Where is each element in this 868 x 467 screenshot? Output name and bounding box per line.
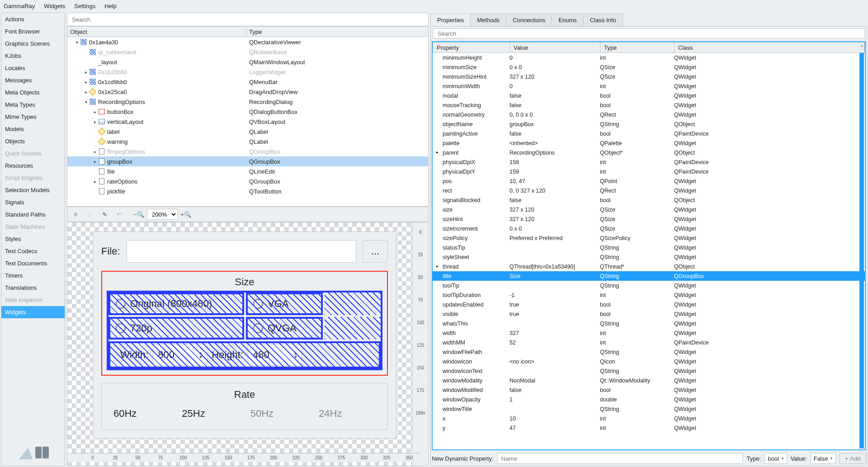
radio-vga[interactable]: VGA — [246, 292, 323, 315]
tree-twisty-icon[interactable]: ▸ — [92, 179, 98, 184]
tool-item-models[interactable]: Models — [1, 123, 65, 135]
tree-twisty-icon[interactable]: ▸ — [83, 90, 89, 94]
tree-row[interactable]: ▸0x1cd9bb0QMenuBar — [67, 77, 428, 87]
widget-preview[interactable]: File: ... Size Original (800x480) VGA 72… — [67, 222, 429, 466]
property-row[interactable]: windowIconTextQStringQWidget — [433, 366, 865, 376]
tree-twisty-icon[interactable]: ▸ — [83, 70, 89, 75]
tree-row[interactable]: ▸verticalLayoutQVBoxLayout — [67, 117, 428, 127]
move-tool[interactable]: ✥ — [69, 208, 82, 221]
tree-row[interactable]: ▸0x1e25ca0DragAndDropView — [67, 87, 428, 97]
new-property-type-combo[interactable]: bool▾ — [764, 453, 787, 464]
zoom-in-button[interactable]: +🔍 — [179, 208, 192, 221]
tab-class-info[interactable]: Class Info — [584, 14, 623, 26]
tree-twisty-icon[interactable]: ▸ — [83, 80, 89, 85]
zoom-out-button[interactable]: −🔍 — [132, 208, 145, 221]
scrollbar[interactable] — [859, 53, 864, 448]
object-tree[interactable]: ▾0x1ae4a30QDeclarativeViewerqt_rubberban… — [67, 37, 429, 207]
property-row[interactable]: objectNamegroupBoxQStringQObject — [433, 119, 865, 129]
property-row[interactable]: y47intQWidget — [433, 423, 865, 433]
property-row[interactable]: toolTipQStringQWidget — [433, 281, 865, 290]
tool-item-messages[interactable]: Messages — [1, 74, 65, 86]
file-browse-button[interactable]: ... — [363, 240, 388, 263]
tool-item-styles[interactable]: Styles — [1, 233, 65, 245]
property-row[interactable]: sizeIncrement0 x 0QSizeQWidget — [433, 224, 865, 233]
tool-item-quick-scenes[interactable]: Quick Scenes — [1, 147, 65, 160]
radio-original[interactable]: Original (800x480) — [108, 292, 244, 315]
property-row[interactable]: pos10, 47QPointQWidget — [433, 176, 865, 186]
property-row[interactable]: size327 x 120QSizeQWidget — [433, 205, 865, 214]
radio-qvga[interactable]: QVGA — [246, 317, 323, 340]
tree-row[interactable]: ▸ffmpegOptionsQGroupBox — [67, 146, 428, 156]
tree-row[interactable]: labelQLabel — [67, 127, 428, 137]
radio-60hz[interactable]: 60Hz — [109, 408, 137, 420]
tab-properties[interactable]: Properties — [430, 14, 471, 26]
tab-connections[interactable]: Connections — [506, 14, 552, 26]
type-header-label[interactable]: Type — [246, 28, 428, 35]
tool-item-text-documents[interactable]: Text Documents — [1, 257, 65, 269]
picker-tool[interactable]: ✎ — [98, 208, 111, 221]
tool-item-font-browser[interactable]: Font Browser — [1, 25, 65, 38]
tree-row[interactable]: _layoutQMainWindowLayout — [67, 57, 428, 67]
radio-25hz[interactable]: 25Hz — [177, 408, 205, 420]
property-row[interactable]: windowModifiedfalseboolQWidget — [433, 385, 865, 395]
property-row[interactable]: modalfalseboolQWidget — [433, 91, 865, 100]
undo-tool[interactable]: ↶ — [113, 208, 125, 221]
menu-gammaray[interactable]: GammaRay — [4, 3, 35, 9]
property-row[interactable]: ▸parentRecordingOptionsQObject*QObject — [433, 148, 865, 157]
zoom-combo[interactable]: 200% — [147, 209, 178, 220]
menu-widgets[interactable]: Widgets — [44, 3, 65, 9]
tool-item-selection-models[interactable]: Selection Models — [1, 184, 65, 196]
tree-row[interactable]: pickfileQToolButton — [67, 186, 428, 196]
new-property-name-input[interactable] — [497, 453, 743, 464]
tree-row[interactable]: ▾RecordingOptionsRecordingDialog — [67, 97, 428, 107]
property-row[interactable]: windowFilePathQStringQWidget — [433, 347, 865, 357]
tree-twisty-icon[interactable]: ▾ — [83, 99, 89, 104]
property-row[interactable]: minimumSizeHint327 x 120QSizeQWidget — [433, 72, 865, 81]
object-search-input[interactable] — [67, 13, 429, 26]
property-row[interactable]: width327intQWidget — [433, 328, 865, 338]
tab-methods[interactable]: Methods — [471, 14, 506, 26]
tab-enums[interactable]: Enums — [552, 14, 583, 26]
property-row[interactable]: whatsThisQStringQWidget — [433, 319, 865, 328]
tree-twisty-icon[interactable]: ▸ — [92, 149, 98, 154]
radio-24hz[interactable]: 24Hz — [314, 408, 342, 420]
tool-item-meta-objects[interactable]: Meta Objects — [1, 86, 65, 99]
menu-help[interactable]: Help — [104, 3, 117, 9]
tree-row[interactable]: ▸buttonBoxQDialogButtonBox — [67, 107, 428, 117]
height-spinbox[interactable]: 480▴▾ — [248, 344, 302, 366]
property-row[interactable]: minimumHeight0intQWidget — [433, 53, 865, 62]
tool-item-resources[interactable]: Resources — [1, 160, 65, 172]
tree-row[interactable]: qt_rubberbandQRubberBand — [67, 47, 428, 57]
menu-settings[interactable]: Settings — [74, 3, 95, 9]
property-row[interactable]: windowTitleQStringQWidget — [433, 404, 865, 414]
tree-twisty-icon[interactable]: ▸ — [92, 119, 98, 124]
tree-twisty-icon[interactable]: ▾ — [74, 40, 80, 45]
tool-item-web-inspector[interactable]: Web Inspector — [1, 294, 65, 306]
property-row[interactable]: styleSheetQStringQWidget — [433, 252, 865, 262]
width-spinbox[interactable]: 800▴▾ — [153, 344, 207, 366]
tool-item-widgets[interactable]: Widgets — [1, 306, 65, 318]
tool-item-actions[interactable]: Actions — [1, 13, 65, 25]
property-row[interactable]: visibletrueboolQWidget — [433, 309, 865, 319]
tool-item-objects[interactable]: Objects — [1, 135, 65, 147]
property-row[interactable]: normalGeometry0, 0 0 x 0QRectQWidget — [433, 110, 865, 119]
property-table[interactable]: Property Value Type Class ^ minimumHeigh… — [432, 41, 866, 450]
property-row[interactable]: sizeHint327 x 120QSizeQWidget — [433, 214, 865, 224]
property-row[interactable]: windowIcon<no icon>QIconQWidget — [433, 357, 865, 366]
property-row[interactable]: widthMM52intQPaintDevice — [433, 338, 865, 347]
tree-row[interactable]: warningQLabel — [67, 137, 428, 146]
property-row[interactable]: x10intQWidget — [433, 414, 865, 423]
tool-item-signals[interactable]: Signals — [1, 196, 65, 208]
property-row[interactable]: updatesEnabledtrueboolQWidget — [433, 300, 865, 309]
tree-row[interactable]: ▸rateOptionsQGroupBox — [67, 176, 428, 186]
tool-item-locales[interactable]: Locales — [1, 62, 65, 74]
tool-item-standard-paths[interactable]: Standard Paths — [1, 208, 65, 221]
tool-item-script-engines[interactable]: Script Engines — [1, 172, 65, 184]
tool-item-timers[interactable]: Timers — [1, 269, 65, 282]
radio-custom[interactable]: Width: 800▴▾ Height: 480▴▾ — [108, 341, 381, 368]
property-row[interactable]: ▸threadQThread[this=0x1a53490]QThread*QO… — [433, 262, 865, 271]
tree-twisty-icon[interactable]: ▸ — [92, 109, 98, 114]
property-row[interactable]: palette<inherited>QPaletteQWidget — [433, 138, 865, 148]
tree-row[interactable]: ▾0x1ae4a30QDeclarativeViewer — [67, 37, 428, 47]
property-row[interactable]: physicalDpiY159intQPaintDevice — [433, 167, 865, 176]
